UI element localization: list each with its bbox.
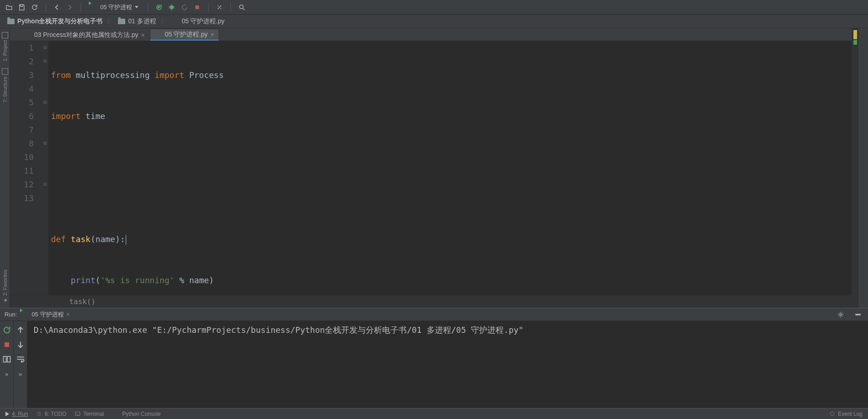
- run-config-title: 05 守护进程: [31, 310, 63, 319]
- fold-gutter: ⊟ ⊟ ⊟ ⊞ ⊟: [42, 41, 48, 295]
- code-content[interactable]: from multiprocessing import Process impo…: [48, 41, 852, 295]
- breadcrumb-file[interactable]: 05 守护进程.py: [170, 17, 226, 26]
- fold-icon[interactable]: ⊞: [43, 141, 47, 145]
- save-icon[interactable]: [16, 2, 27, 13]
- breadcrumb-code-path[interactable]: task(): [10, 295, 852, 308]
- fold-icon[interactable]: ⊟: [43, 59, 47, 63]
- run-config-label: 05 守护进程: [100, 3, 132, 11]
- stop-icon[interactable]: [2, 340, 11, 349]
- svg-rect-7: [7, 357, 10, 362]
- status-python-console[interactable]: Python Console: [112, 410, 161, 418]
- run-output-gutter: »: [14, 321, 27, 408]
- main-toolbar: 05 守护进程: [0, 0, 868, 15]
- search-icon[interactable]: [236, 2, 247, 13]
- forward-icon[interactable]: [64, 2, 75, 13]
- close-icon[interactable]: ×: [66, 311, 70, 318]
- svg-point-0: [170, 5, 174, 9]
- up-arrow-icon[interactable]: [16, 326, 25, 335]
- code-editor[interactable]: 1 2 3 4 5 6 7 8 10 11 12 13 ⊟ ⊟ ⊟ ⊞ ⊟: [10, 41, 852, 295]
- fold-icon[interactable]: ⊟: [43, 45, 47, 50]
- run-output[interactable]: D:\Anaconda3\python.exe "E:/PycharmProje…: [27, 321, 868, 408]
- breadcrumb-root[interactable]: Python全栈开发与分析电子书: [5, 17, 104, 26]
- sidebar-structure-tab[interactable]: 7: Structure: [2, 68, 8, 103]
- breadcrumb-folder[interactable]: 01 多进程: [116, 17, 158, 26]
- line-number-gutter: 1 2 3 4 5 6 7 8 10 11 12 13: [10, 41, 42, 295]
- right-sidebar: [858, 28, 868, 308]
- more-icon[interactable]: »: [16, 369, 25, 378]
- fold-icon[interactable]: ⊟: [43, 100, 47, 104]
- svg-rect-5: [5, 342, 9, 347]
- svg-point-2: [240, 5, 243, 9]
- run-tool-window: Run: 05 守护进程 × » » D:\Anaconda3\python.e…: [0, 308, 868, 408]
- debug-icon[interactable]: [166, 2, 177, 13]
- fold-icon[interactable]: ⊟: [43, 182, 47, 186]
- rerun-icon[interactable]: [2, 326, 11, 335]
- play-icon: [5, 412, 9, 416]
- close-icon[interactable]: ×: [210, 31, 214, 38]
- breadcrumb: Python全栈开发与分析电子书 〉 01 多进程 〉 05 守护进程.py: [0, 15, 868, 28]
- refresh-icon[interactable]: [29, 2, 40, 13]
- editor-minimap[interactable]: [852, 28, 858, 308]
- status-terminal[interactable]: Terminal: [75, 411, 104, 417]
- svg-rect-4: [856, 314, 860, 315]
- svg-point-9: [830, 412, 834, 415]
- status-bar: 4: Run 6: TODO Terminal Python Console E…: [0, 408, 868, 419]
- svg-point-3: [840, 314, 842, 316]
- status-event-log[interactable]: Event Log: [829, 411, 863, 417]
- text-caret: [126, 235, 126, 245]
- run-actions-gutter: »: [0, 321, 14, 408]
- tab-other-file[interactable]: 03 Process对象的其他属性或方法.py ×: [19, 29, 150, 41]
- gear-icon[interactable]: [835, 309, 846, 320]
- hide-icon[interactable]: [853, 309, 863, 320]
- folder-icon: [118, 19, 125, 24]
- close-icon[interactable]: ×: [141, 31, 145, 39]
- run-config-selector[interactable]: 05 守护进程: [87, 2, 142, 13]
- run-icon[interactable]: [153, 2, 164, 13]
- sidebar-project-tab[interactable]: 1: Project: [2, 32, 8, 61]
- settings-icon[interactable]: [214, 2, 225, 13]
- left-sidebar-tabs: 1: Project 7: Structure ★ 2: Favorites: [0, 28, 10, 308]
- sidebar-favorites-tab[interactable]: ★ 2: Favorites: [2, 269, 8, 303]
- stop-icon[interactable]: [192, 2, 203, 13]
- down-arrow-icon[interactable]: [16, 340, 25, 349]
- svg-rect-6: [3, 357, 6, 362]
- chevron-down-icon: [135, 6, 138, 8]
- back-icon[interactable]: [51, 2, 62, 13]
- status-todo[interactable]: 6: TODO: [36, 411, 66, 417]
- coverage-icon[interactable]: [179, 2, 190, 13]
- editor-tabs: 03 Process对象的其他属性或方法.py × 05 守护进程.py ×: [10, 28, 852, 41]
- status-run[interactable]: 4: Run: [5, 411, 28, 417]
- folder-icon: [7, 19, 15, 24]
- tab-current-file[interactable]: 05 守护进程.py ×: [150, 29, 219, 41]
- layout-icon[interactable]: [2, 355, 11, 364]
- run-header: Run: 05 守护进程 ×: [0, 308, 868, 321]
- open-icon[interactable]: [4, 2, 15, 13]
- run-label: Run:: [5, 311, 17, 318]
- svg-rect-1: [195, 5, 199, 9]
- soft-wrap-icon[interactable]: [16, 355, 25, 364]
- more-icon[interactable]: »: [2, 369, 11, 378]
